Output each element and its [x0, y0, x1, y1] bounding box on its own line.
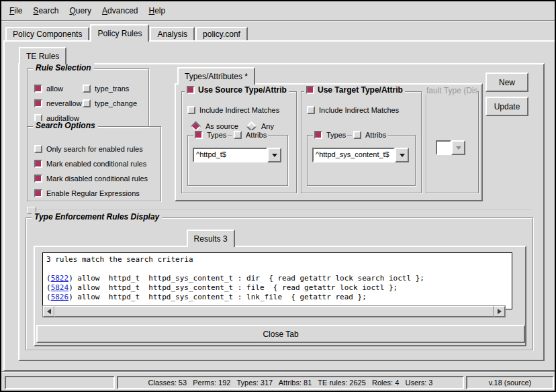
radio-any[interactable]: Any — [246, 121, 274, 131]
checkbox-indicator — [34, 85, 42, 93]
menu-help[interactable]: Help — [143, 4, 171, 17]
checkbox-mark-disabled-conditional[interactable]: Mark disabled conditional rules — [34, 174, 148, 183]
checkbox-indicator — [195, 131, 203, 139]
checkbox-enable-regex[interactable]: Enable Regular Expressions — [34, 189, 140, 198]
rule-text: allow httpd_t httpd_sys_content_t : lnk_… — [73, 293, 367, 301]
rule-selection-title: Rule Selection — [33, 63, 94, 72]
checkbox-label: Mark disabled conditional rules — [46, 175, 148, 183]
checkbox-indicator — [314, 131, 322, 139]
combo-dropdown-button[interactable] — [267, 148, 281, 162]
search-options-group: Search Options Only search for enabled r… — [27, 126, 161, 201]
checkbox-label: Enable Regular Expressions — [46, 189, 140, 197]
default-type-combobox — [436, 140, 465, 155]
scroll-thumb[interactable] — [54, 306, 494, 317]
checkbox-source-indirect[interactable]: Include Indirect Matches — [187, 105, 279, 115]
checkbox-label: allow — [46, 85, 63, 93]
results-hscrollbar[interactable] — [42, 305, 506, 317]
chevron-down-icon — [400, 154, 405, 157]
checkbox-neverallow[interactable]: neverallow — [34, 99, 82, 108]
chevron-down-icon — [272, 154, 277, 157]
rule-text: allow httpd_t httpd_sys_content_t : dir … — [73, 274, 424, 283]
checkbox-indicator — [34, 189, 42, 197]
rule-link-2[interactable]: 5824 — [51, 283, 69, 292]
checkbox-target-attribs[interactable]: Attribs — [352, 130, 387, 140]
source-type-combobox[interactable]: ^httpd_t$ — [193, 148, 281, 162]
tab-results-3[interactable]: Results 3 — [187, 230, 235, 247]
tab-types-attributes[interactable]: Types/Attributes * — [177, 67, 255, 85]
main-tab-bar: Policy Components Policy Rules Analysis … — [5, 24, 248, 42]
checkbox-label: Types — [326, 131, 346, 139]
checkbox-indicator — [307, 106, 315, 114]
checkbox-mark-enabled-conditional[interactable]: Mark enabled conditional rules — [34, 159, 146, 168]
source-type-value[interactable]: ^httpd_t$ — [193, 148, 267, 162]
checkbox-indicator — [353, 131, 361, 139]
tab-analysis[interactable]: Analysis — [150, 27, 195, 40]
checkbox-indicator — [187, 106, 195, 114]
checkbox-indicator — [34, 175, 42, 183]
use-target-type-toggle[interactable]: Use Target Type/Attrib — [304, 85, 405, 95]
checkbox-only-enabled-rules[interactable]: Only search for enabled rules — [34, 144, 143, 154]
menu-advanced[interactable]: Advanced — [97, 4, 143, 17]
tab-policy-components[interactable]: Policy Components — [5, 27, 89, 40]
arrow-right-icon — [498, 309, 502, 314]
source-type-group: Use Source Type/Attrib Include Indirect … — [181, 91, 297, 193]
radio-label: Any — [261, 122, 274, 130]
scroll-left-button[interactable] — [43, 306, 54, 317]
apol-window: File Search Query Advanced Help Policy C… — [0, 0, 556, 392]
pane-divider — [26, 209, 532, 210]
checkbox-label: Types — [207, 131, 226, 139]
radio-as-source[interactable]: As source — [190, 121, 238, 131]
rule-ref: 5824 — [46, 283, 73, 292]
rule-selection-group: Rule Selection allow type_trans neverall… — [27, 68, 149, 128]
use-source-type-label: Use Source Type/Attrib — [198, 85, 287, 95]
rule-ref: 5826 — [46, 293, 73, 301]
menubar: File Search Query Advanced Help — [1, 1, 555, 21]
checkbox-source-attribs[interactable]: Attribs — [232, 130, 268, 140]
checkbox-label: Mark enabled conditional rules — [46, 160, 146, 168]
te-rules-display-title: Type Enforcement Rules Display — [32, 212, 162, 222]
target-type-combobox[interactable]: ^httpd_sys_content_t$ — [312, 148, 409, 162]
checkbox-indicator — [83, 99, 91, 107]
tab-te-rules[interactable]: TE Rules — [19, 47, 66, 64]
chevron-down-icon — [456, 146, 461, 150]
combo-dropdown-button[interactable] — [395, 148, 409, 162]
checkbox-label: Only search for enabled rules — [46, 145, 143, 153]
checkbox-label: type_change — [95, 99, 137, 107]
checkbox-type-trans[interactable]: type_trans — [83, 84, 129, 93]
checkbox-target-types[interactable]: Types — [313, 130, 347, 140]
checkbox-source-types[interactable]: Types — [193, 130, 228, 140]
rule-link-3[interactable]: 5826 — [51, 293, 69, 301]
status-version: v.18 (source) — [466, 376, 554, 389]
result-row: 5826 allow httpd_t httpd_sys_content_t :… — [46, 293, 508, 302]
new-button[interactable]: New — [485, 72, 528, 92]
default-type-title: fault Type (Disa — [425, 86, 477, 95]
checkbox-indicator — [83, 85, 91, 93]
checkbox-indicator — [187, 86, 195, 94]
checkbox-allow[interactable]: allow — [34, 84, 63, 93]
rule-text: allow httpd_t httpd_sys_content_t : file… — [73, 283, 398, 292]
close-tab-button[interactable]: Close Tab — [36, 325, 525, 343]
results-text-area[interactable]: 3 rules match the search criteria 5822 a… — [42, 252, 512, 309]
checkbox-label: Attribs — [246, 131, 267, 139]
target-type-value[interactable]: ^httpd_sys_content_t$ — [312, 148, 395, 162]
default-type-group: fault Type (Disa — [426, 91, 479, 193]
checkbox-indicator — [34, 145, 42, 153]
results-summary: 3 rules match the search criteria — [46, 255, 508, 264]
rule-link-1[interactable]: 5822 — [51, 274, 69, 283]
menu-search[interactable]: Search — [28, 4, 64, 17]
tab-policy-conf[interactable]: policy.conf — [195, 27, 248, 40]
update-button[interactable]: Update — [485, 97, 528, 116]
checkbox-target-indirect[interactable]: Include Indirect Matches — [307, 105, 399, 115]
checkbox-label: Include Indirect Matches — [319, 106, 399, 114]
target-types-attribs-group: Types Attribs ^httpd_sys_content_t$ — [307, 135, 416, 186]
arrow-left-icon — [47, 309, 51, 314]
combo-dropdown-button — [451, 140, 465, 155]
menu-query[interactable]: Query — [64, 4, 97, 17]
menu-file[interactable]: File — [4, 4, 28, 17]
tab-policy-rules[interactable]: Policy Rules — [90, 24, 149, 42]
result-row: 5822 allow httpd_t httpd_sys_content_t :… — [46, 274, 508, 283]
checkbox-type-change[interactable]: type_change — [83, 99, 137, 108]
use-source-type-toggle[interactable]: Use Source Type/Attrib — [185, 85, 289, 95]
scroll-right-button[interactable] — [494, 306, 505, 317]
target-type-group: Use Target Type/Attrib Include Indirect … — [301, 91, 422, 193]
